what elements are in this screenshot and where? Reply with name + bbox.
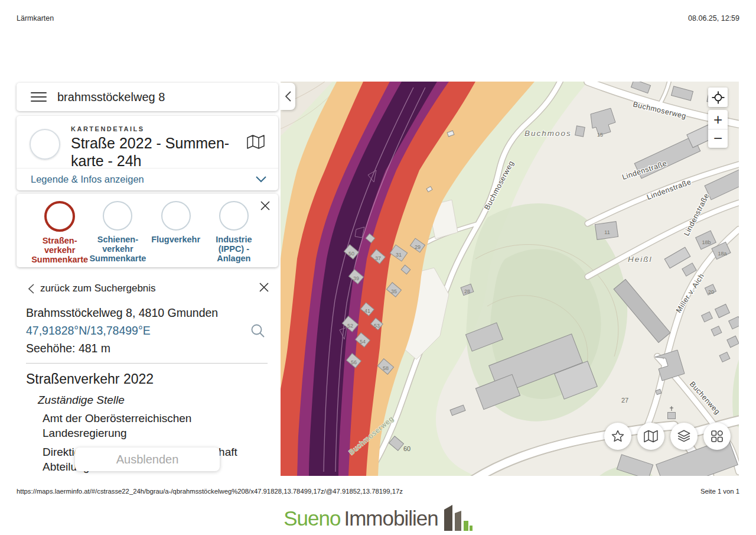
layer-radio-circle bbox=[44, 201, 75, 232]
search-bar: brahmsstöckelweg 8 bbox=[17, 83, 278, 111]
house-number: 58 bbox=[383, 365, 389, 371]
map-canvas[interactable]: Buchmoos Heißl Buchmoserweg Buchmoserweg… bbox=[281, 82, 739, 476]
map-container: Buchmoos Heißl Buchmoserweg Buchmoserweg… bbox=[281, 82, 739, 476]
house-number: 29 bbox=[415, 244, 421, 250]
source-url: https://maps.laerminfo.at/#/cstrasse22_2… bbox=[17, 488, 403, 495]
house-number: 39 bbox=[353, 275, 359, 281]
house-number: 56 bbox=[351, 359, 357, 365]
layer-thumbnail-circle bbox=[30, 129, 60, 160]
house-number: 41 bbox=[364, 308, 370, 314]
logo-text: SuenoImmobilien bbox=[284, 505, 438, 531]
house-number: 27 bbox=[621, 397, 628, 404]
divider bbox=[26, 363, 268, 364]
house-number: 15 bbox=[597, 132, 603, 138]
section-title: Straßenverkehr 2022 bbox=[26, 371, 269, 387]
house-number: 37 bbox=[375, 255, 381, 261]
favorites-button[interactable] bbox=[604, 423, 631, 450]
layer-option-label: Industrie(IPPC) -Anlagen bbox=[216, 235, 252, 263]
house-number: 53 bbox=[374, 323, 380, 329]
grid-icon bbox=[710, 429, 724, 443]
house-number: 50 bbox=[348, 251, 354, 257]
result-coordinates-link[interactable]: 47,91828°N/13,78499°E bbox=[26, 324, 151, 338]
kartendetails-label: KARTENDETAILS bbox=[71, 125, 243, 132]
layer-radio-circle bbox=[219, 201, 249, 231]
layer-option-schienenverkehr[interactable]: Schienen-verkehrSummenkarte bbox=[89, 201, 146, 264]
print-header: Lärmkarten 08.06.25, 12:59 bbox=[17, 14, 739, 22]
house-number: 20 bbox=[708, 289, 714, 295]
layers-button[interactable] bbox=[670, 423, 698, 450]
layer-option-industrie[interactable]: Industrie(IPPC) -Anlagen bbox=[205, 201, 263, 264]
buildings-logo-icon bbox=[442, 504, 472, 531]
layer-option-strassenverkehr[interactable]: Straßen-verkehrSummenkarte bbox=[31, 201, 89, 264]
hide-button[interactable]: Ausblenden bbox=[75, 448, 220, 471]
layer-radio-circle bbox=[161, 201, 191, 231]
map-icon bbox=[643, 429, 659, 443]
document-title: Lärmkarten bbox=[17, 14, 54, 22]
panel-collapse-button[interactable] bbox=[281, 83, 295, 110]
chevron-left-icon bbox=[28, 284, 34, 294]
printed-page: Lärmkarten 08.06.25, 12:59 brahmsstöckel… bbox=[0, 0, 756, 535]
layer-option-label: Schienen-verkehrSummenkarte bbox=[89, 235, 146, 263]
close-icon[interactable] bbox=[257, 280, 271, 297]
map-title: Straße 2022 - Summen- karte - 24h bbox=[71, 134, 243, 170]
zoom-in-button[interactable]: + bbox=[708, 110, 728, 129]
layers-icon bbox=[676, 429, 692, 444]
crosshair-icon bbox=[711, 90, 725, 105]
chevron-down-icon bbox=[256, 176, 266, 183]
house-number: 18a bbox=[718, 251, 726, 257]
search-input[interactable]: brahmsstöckelweg 8 bbox=[57, 90, 165, 104]
layer-option-flugverkehr[interactable]: Flugverkehr bbox=[147, 201, 205, 264]
layer-selector-card: Straßen-verkehrSummenkarte Schienen-verk… bbox=[17, 194, 278, 267]
chevron-left-icon bbox=[285, 91, 291, 102]
legend-info-toggle[interactable]: Legende & Infos anzeigen bbox=[17, 168, 278, 190]
house-number: 54 bbox=[360, 339, 366, 345]
area-label: Buchmoos bbox=[524, 129, 572, 138]
layer-radio-circle bbox=[103, 201, 132, 231]
house-number: 52 bbox=[347, 323, 353, 329]
house-number: 11 bbox=[604, 229, 610, 235]
result-elevation: Seehöhe: 481 m bbox=[26, 342, 269, 355]
layer-option-label: Straßen-verkehrSummenkarte bbox=[31, 236, 88, 264]
layer-option-label: Flugverkehr bbox=[151, 235, 200, 244]
laerminfo-app: brahmsstöckelweg 8 KARTENDETAILS Straße … bbox=[17, 82, 739, 476]
house-number: 60 bbox=[403, 445, 410, 452]
basemap-button[interactable] bbox=[637, 423, 664, 450]
apps-grid-button[interactable] bbox=[703, 423, 731, 450]
print-footer: https://maps.laerminfo.at/#/cstrasse22_2… bbox=[17, 488, 739, 495]
house-number: 31 bbox=[396, 252, 402, 258]
house-number: 35 bbox=[391, 288, 397, 294]
subsection-title: Zuständige Stelle bbox=[38, 394, 269, 407]
kartendetails-card: KARTENDETAILS Straße 2022 - Summen- kart… bbox=[17, 116, 278, 190]
house-number: 18b bbox=[702, 239, 711, 245]
locate-button[interactable] bbox=[708, 87, 728, 107]
print-timestamp: 08.06.25, 12:59 bbox=[688, 14, 739, 22]
area-label: Heißl bbox=[628, 255, 653, 264]
close-icon[interactable] bbox=[258, 199, 272, 215]
authority-name: Amt der Oberösterreichischen Landesregie… bbox=[43, 411, 269, 440]
search-result-panel: zurück zum Suchergebnis Brahmsstöckelweg… bbox=[17, 272, 278, 474]
house-number: 28 bbox=[464, 288, 470, 294]
company-logo: SuenoImmobilien bbox=[0, 504, 756, 531]
menu-icon[interactable] bbox=[31, 92, 47, 102]
legend-link-label: Legende & Infos anzeigen bbox=[31, 174, 144, 185]
zoom-control: + − bbox=[708, 110, 728, 148]
zoom-out-button[interactable]: − bbox=[708, 129, 728, 148]
magnifier-icon[interactable] bbox=[250, 323, 265, 338]
result-address: Brahmsstöckelweg 8, 4810 Gmunden bbox=[26, 306, 269, 320]
back-to-results-link[interactable]: zurück zum Suchergebnis bbox=[40, 283, 257, 294]
map-icon[interactable] bbox=[246, 134, 265, 170]
star-icon bbox=[611, 429, 625, 443]
page-count: Seite 1 von 1 bbox=[700, 488, 739, 495]
